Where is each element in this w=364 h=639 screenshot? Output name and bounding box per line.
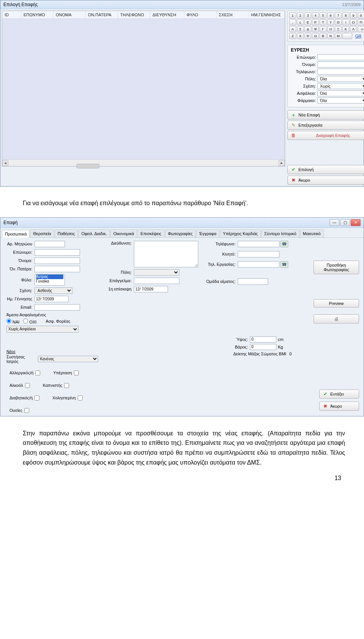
address-input[interactable] [134, 241, 198, 267]
key[interactable]: , [289, 19, 296, 25]
new-contact-button[interactable]: ＋Νέα Επαφή [287, 110, 364, 119]
key[interactable]: 1 [289, 13, 296, 19]
key[interactable]: Ρ [312, 19, 319, 25]
col-phone[interactable]: ΤΗΛΕΦΩΝΟ [118, 11, 150, 19]
tab-personal[interactable]: Προσωπικά [2, 230, 30, 238]
print-button[interactable]: 🖨 [314, 314, 359, 323]
relation-select2[interactable]: Ασθενής [35, 287, 72, 294]
workphone-input[interactable] [238, 261, 279, 268]
key[interactable]: Π [358, 19, 364, 25]
key[interactable]: 9 [350, 13, 357, 19]
col-firstname[interactable]: ΟΝΟΜΑ [53, 11, 86, 19]
col-birthdate[interactable]: ΗΜ.ΓΕΝΝΗΣΗΣ [249, 11, 285, 19]
minimize-button[interactable]: — [329, 219, 339, 226]
key[interactable]: 8 [342, 13, 349, 19]
key[interactable]: Ψ [304, 33, 311, 39]
key[interactable]: Γ [320, 26, 326, 32]
doctor-select[interactable]: Κανένας [38, 356, 98, 362]
firstname-input[interactable] [317, 61, 364, 68]
edit-contact-button[interactable]: ✎Επεξεργασία [287, 121, 364, 130]
key[interactable]: Ν [327, 33, 334, 39]
key[interactable]: 6 [327, 13, 334, 19]
delete-contact-button[interactable]: 🗑Διαγραφή Επαφής [287, 131, 364, 140]
col-fathername[interactable]: ΟΝ.ΠΑΤΕΡΑ [86, 11, 118, 19]
insured-yes-radio[interactable] [6, 319, 11, 323]
city-select[interactable]: Όλα [317, 76, 364, 82]
tab-history[interactable]: Σύντομο Ιστορικό [261, 229, 299, 237]
key[interactable]: Τ [320, 19, 326, 25]
col-lastname[interactable]: ΕΠΩΝΥΜΟ [21, 11, 53, 19]
col-sex[interactable]: ΦΥΛΟ [184, 11, 217, 19]
height-input[interactable] [250, 336, 276, 342]
insurance-select[interactable]: Όλα [317, 90, 364, 96]
key[interactable]: Μ [335, 33, 342, 39]
occupation-input[interactable] [134, 278, 179, 284]
col-relation[interactable]: ΣΧΕΣΗ [217, 11, 249, 19]
cancel-button-2[interactable]: ✖Άκυρο [319, 402, 359, 411]
email-input[interactable] [35, 304, 80, 311]
close-button[interactable]: ✕ [351, 219, 361, 226]
key[interactable]: 0 [358, 13, 364, 19]
key[interactable]: Κ [342, 26, 349, 32]
mobile-input[interactable] [238, 251, 279, 257]
maximize-button[interactable]: ▢ [340, 219, 350, 226]
fathername-input[interactable] [35, 266, 80, 272]
key[interactable]: Λ [350, 26, 357, 32]
relation-select[interactable]: Χωρίς [317, 83, 364, 89]
phone-input2[interactable] [238, 241, 279, 247]
key[interactable]: Ι [342, 19, 349, 25]
tab-conditions[interactable]: Παθήσεις [55, 229, 78, 237]
key[interactable]: Φ [312, 26, 319, 32]
chk-hypertension[interactable]: Υπέρταση [53, 371, 78, 375]
lastname-input2[interactable] [35, 249, 80, 256]
blood-input[interactable] [238, 278, 268, 285]
insured-no[interactable]: ΟΧΙ [23, 319, 36, 324]
firstvisit-input[interactable] [134, 286, 168, 292]
chk-allergic[interactable]: Αλλεργικός/ή [9, 371, 40, 375]
lastname-input[interactable] [317, 54, 364, 60]
key[interactable]: ς [297, 19, 304, 25]
key[interactable]: Δ [304, 26, 311, 32]
phone-icon[interactable]: ☎ [281, 241, 288, 247]
regno-input[interactable] [35, 241, 65, 247]
tab-visits[interactable]: Επισκέψεις [138, 229, 165, 237]
chk-diabetic[interactable]: Διαβητικός/ή [9, 396, 39, 400]
chk-drugs[interactable]: Ουσίες [9, 408, 29, 413]
key[interactable]: 2 [297, 13, 304, 19]
key[interactable]: 3 [304, 13, 311, 19]
key[interactable]: 7 [335, 13, 342, 19]
key[interactable]: Ε [304, 19, 311, 25]
chk-smoker[interactable]: Καπνιστής [43, 383, 69, 388]
preview-button[interactable]: Preview [314, 299, 359, 308]
weight-input[interactable] [250, 344, 276, 350]
key[interactable]: Ξ [335, 26, 342, 32]
tab-ultrasound[interactable]: Υπέρηχος Καρδιάς [220, 229, 261, 237]
key-space[interactable] [342, 33, 352, 39]
col-id[interactable]: ID [2, 11, 21, 19]
key[interactable]: 4 [312, 13, 319, 19]
key[interactable]: Υ [327, 19, 334, 25]
sex-listbox[interactable]: Άντρας Γυναίκα [35, 274, 65, 286]
key[interactable]: Ο [350, 19, 357, 25]
firstname-input2[interactable] [35, 257, 80, 264]
add-photo-button[interactable]: Προσθήκη Φωτογραφίας [314, 261, 359, 274]
key[interactable]: Α [289, 26, 296, 32]
key-backspace[interactable]: <- [358, 26, 364, 32]
key[interactable]: Η [327, 26, 334, 32]
key[interactable]: Θ [335, 19, 342, 25]
key[interactable]: Σ [297, 26, 304, 32]
col-address[interactable]: ΔΙΕΥΘΥΝΣΗ [150, 11, 184, 19]
ok-button[interactable]: ✔Εντάξει [319, 389, 359, 399]
chk-cholesterol[interactable]: Χοληστερίνη [52, 396, 82, 400]
key[interactable]: Β [320, 33, 326, 39]
tab-obstetric[interactable]: Μαιευτικό [300, 229, 324, 237]
cancel-button[interactable]: ✖Άκυρο [287, 176, 364, 185]
chk-alcohol[interactable]: Αλκοόλ [9, 383, 30, 388]
insurance-select2[interactable]: Χωρίς Ασφάλεια [6, 326, 78, 333]
select-button[interactable]: ✔Επιλογή [287, 165, 364, 174]
key[interactable]: Χ [297, 33, 304, 39]
scroll-thumb[interactable] [77, 164, 99, 168]
key[interactable]: 5 [320, 13, 326, 19]
keyboard-lang-link[interactable]: GR [353, 34, 362, 38]
birth-input[interactable] [35, 296, 69, 302]
